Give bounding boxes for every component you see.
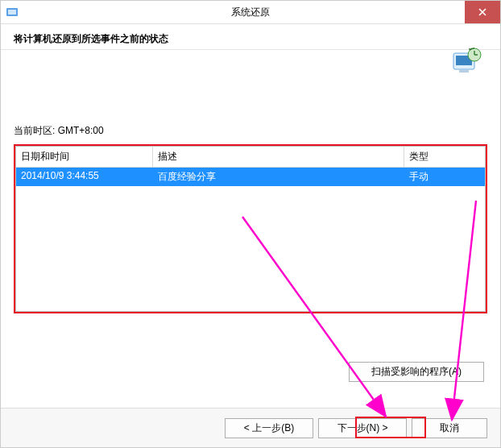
cell-date: 2014/10/9 3:44:55 xyxy=(16,168,153,186)
table-row[interactable]: 2014/10/9 3:44:55 百度经验分享 手动 xyxy=(16,168,485,186)
cell-type: 手动 xyxy=(404,168,485,186)
footer: < 上一步(B) 下一步(N) > 取消 xyxy=(1,408,500,447)
restore-illustration-icon xyxy=(449,47,484,81)
grid-header: 日期和时间 描述 类型 xyxy=(15,146,486,168)
cell-desc: 百度经验分享 xyxy=(153,168,404,186)
titlebar: 系统还原 xyxy=(1,1,500,24)
next-button-label: 下一步(N) > xyxy=(337,421,388,435)
cancel-button-label: 取消 xyxy=(440,421,459,435)
app-icon xyxy=(6,6,19,19)
svg-rect-4 xyxy=(459,69,469,73)
close-icon xyxy=(478,6,487,18)
next-button[interactable]: 下一步(N) > xyxy=(318,418,407,438)
header: 将计算机还原到所选事件之前的状态 xyxy=(1,24,500,50)
back-button-label: < 上一步(B) xyxy=(244,421,294,435)
column-header-type[interactable]: 类型 xyxy=(404,147,485,168)
cancel-button[interactable]: 取消 xyxy=(412,418,487,438)
window-title: 系统还原 xyxy=(1,6,500,19)
close-button[interactable] xyxy=(465,1,500,23)
svg-rect-1 xyxy=(8,10,16,15)
back-button[interactable]: < 上一步(B) xyxy=(225,418,313,438)
column-header-date[interactable]: 日期和时间 xyxy=(16,147,153,168)
timezone-label: 当前时区: GMT+8:00 xyxy=(14,124,487,138)
restore-point-grid-highlight: 日期和时间 描述 类型 2014/10/9 3:44:55 百度经验分享 手动 xyxy=(14,144,487,313)
body: 当前时区: GMT+8:00 日期和时间 描述 类型 2014/10/9 3:4… xyxy=(1,124,500,313)
column-header-desc[interactable]: 描述 xyxy=(153,147,404,168)
scan-affected-programs-button[interactable]: 扫描受影响的程序(A) xyxy=(349,362,484,382)
system-restore-window: 系统还原 将计算机还原到所选事件之前的状态 当前时区: GMT+8:00 xyxy=(0,0,501,448)
grid-body[interactable]: 2014/10/9 3:44:55 百度经验分享 手动 xyxy=(15,168,486,312)
scan-button-label: 扫描受影响的程序(A) xyxy=(371,365,462,379)
page-subtitle: 将计算机还原到所选事件之前的状态 xyxy=(14,32,487,46)
